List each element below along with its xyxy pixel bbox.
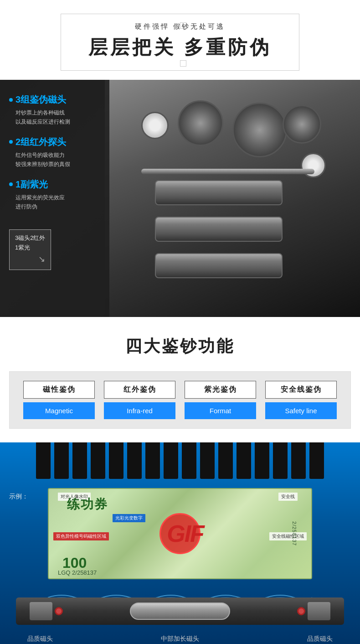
feature-desc-1: 对钞票上的各种磁线 以及磁反应区进行检测 [9,108,100,127]
left-roller-1 [30,602,52,620]
function-en-3: Format [185,402,256,419]
red-dot-left [55,607,63,615]
gear-wheel-1 [232,103,287,157]
header-section: 硬件强悍 假钞无处可逃 层层把关 多重防伪 [0,0,360,80]
metal-rod [141,169,314,174]
comb-tooth [273,442,288,479]
gif-overlay-text: GIF [167,520,204,547]
label-colorshift: 光彩光变数字 [113,514,145,522]
gear-wheel-3 [283,105,321,144]
comb-tooth [145,442,160,479]
function-card-3: 紫光鉴伪 Format [185,381,256,419]
functions-section: 四大鉴钞功能 磁性鉴伪 Magnetic 红外鉴伪 Infra-red 紫光鉴伪… [0,317,360,442]
feature-dot-1 [9,98,13,102]
comb-tooth [91,442,105,479]
comb-tooth [109,442,123,479]
label-magnetic-area: 双色异性模号码磁性区域 [53,532,109,540]
comb-tooth [72,442,87,479]
comb-tooth [182,442,196,479]
comb-tooth [164,442,178,479]
comb-tooth [218,442,233,479]
comb-top [0,442,360,479]
gear-container [141,98,360,299]
feature-badge: 3磁头2红外 1紫光 ↘ [9,229,51,270]
comb-tooth [255,442,269,479]
function-cn-2: 红外鉴伪 [104,381,175,399]
machine-gear-visual [105,80,360,317]
header-title: 层层把关 多重防伪 [88,35,272,60]
center-roller [130,602,230,620]
comb-tooth [54,442,69,479]
feature-item-3: 1副紫光 运用紫光的荧光效应 进行防伪 [9,178,100,212]
feature-title-2: 2组红外探头 [9,136,100,148]
roller-3 [155,253,283,278]
banknote-number: LGQ 2/258137 [58,569,97,576]
roller-1 [155,180,283,205]
left-roller-group [30,602,63,620]
comb-tooth [291,442,306,479]
diagram-section: 示例： 对光人像水印 光彩光变数字 双色异性模号码磁性区域 安全线 安全线磁性区… [0,442,360,644]
features-panel: 3组鉴伪磁头 对钞票上的各种磁线 以及磁反应区进行检测 2组红外探头 红外信号的… [0,80,109,317]
red-dot-right [297,607,305,615]
feature-title-1: 3组鉴伪磁头 [9,93,100,106]
gear-wheel-2 [178,100,223,146]
right-roller-group [297,602,330,620]
feature-desc-3: 运用紫光的荧光效应 进行防伪 [9,193,100,212]
feature-dot-3 [9,182,13,186]
feature-item-1: 3组鉴伪磁头 对钞票上的各种磁线 以及磁反应区进行检测 [9,93,100,127]
magnet-label-center: 中部加长磁头 [161,635,199,643]
comb-tooth [36,442,51,479]
function-cn-3: 紫光鉴伪 [185,381,256,399]
banknote-area: 对光人像水印 光彩光变数字 双色异性模号码磁性区域 安全线 安全线磁性区域 练功… [48,488,312,579]
comb-tooth [237,442,251,479]
banknote-name: 练功券 [67,496,108,513]
function-en-4: Safety line [265,402,337,419]
function-en-1: Magnetic [23,402,95,419]
comb-tooth [200,442,215,479]
feature-item-2: 2组红外探头 红外信号的吸收能力 较强来辨别钞票的真假 [9,136,100,169]
function-en-2: Infra-red [104,402,175,419]
roller-2 [155,217,283,242]
machine-base [16,597,344,625]
function-card-1: 磁性鉴伪 Magnetic [23,381,95,419]
banknote-serial: 2/258137 [292,521,297,546]
badge-arrow-icon: ↘ [15,253,45,266]
feature-desc-2: 红外信号的吸收能力 较强来辨别钞票的真假 [9,151,100,169]
feature-dot-2 [9,140,13,144]
magnet-labels: 品质磁头 中部加长磁头 品质磁头 [0,635,360,643]
function-card-2: 红外鉴伪 Infra-red [104,381,175,419]
label-safety-line: 安全线 [278,493,298,501]
header-border: 硬件强悍 假钞无处可逃 层层把关 多重防伪 [61,14,299,71]
functions-grid: 磁性鉴伪 Magnetic 红外鉴伪 Infra-red 紫光鉴伪 Format… [9,371,351,429]
pulley-1 [141,112,169,139]
function-cn-4: 安全线鉴伪 [265,381,337,399]
functions-title: 四大鉴钞功能 [9,335,351,358]
header-subtitle: 硬件强悍 假钞无处可逃 [88,22,272,31]
magnet-label-right: 品质磁头 [307,635,333,643]
comb-tooth [127,442,142,479]
right-roller-1 [308,602,330,620]
example-label: 示例： [9,493,28,501]
feature-title-3: 1副紫光 [9,178,100,191]
function-card-4: 安全线鉴伪 Safety line [265,381,337,419]
label-safety-magnetic: 安全线磁性区域 [269,532,307,540]
comb-tooth [309,442,324,479]
machine-section: 3组鉴伪磁头 对钞票上的各种磁线 以及磁反应区进行检测 2组红外探头 红外信号的… [0,80,360,317]
function-cn-1: 磁性鉴伪 [23,381,95,399]
magnet-label-left: 品质磁头 [27,635,53,643]
